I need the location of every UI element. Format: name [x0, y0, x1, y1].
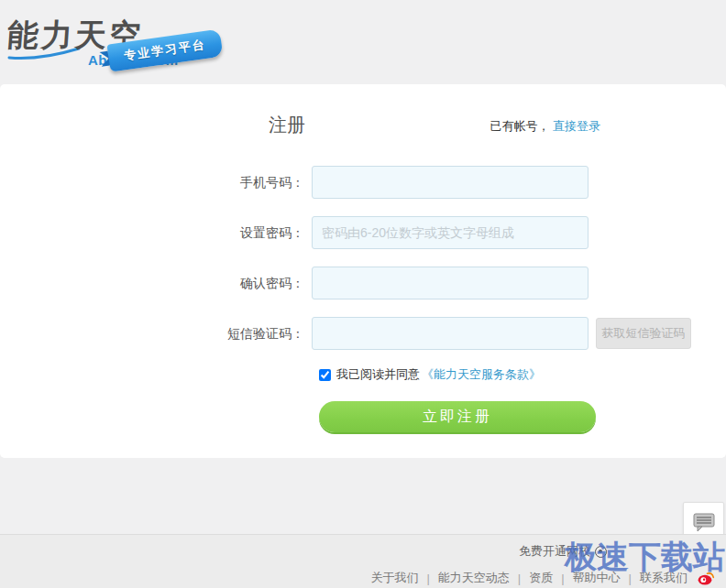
confirm-password-input[interactable] — [312, 267, 588, 299]
footer-separator: | — [561, 572, 564, 585]
have-account-row: 已有帐号， 直接登录 — [490, 118, 600, 135]
form-row-sms-code: 短信验证码： 获取短信验证码 — [225, 317, 691, 350]
chat-bubble-icon — [693, 513, 715, 532]
footer-link-help[interactable]: 帮助中心 — [573, 570, 621, 586]
sms-code-label: 短信验证码： — [225, 317, 312, 350]
open-school-label: 免费开通网校 — [519, 543, 590, 560]
form-row-confirm-password: 确认密码： — [225, 267, 691, 299]
agree-text: 我已阅读并同意 — [336, 366, 420, 383]
register-form: 手机号码： 设置密码： 确认密码： 短信验证码： 获取短信验证码 — [225, 166, 691, 367]
confirm-password-label: 确认密码： — [225, 267, 312, 299]
agreement-row: 我已阅读并同意 《能力天空服务条款》 — [319, 366, 541, 383]
form-row-password: 设置密码： — [225, 216, 691, 249]
ribbon-label: 专业学习平台 — [123, 37, 207, 64]
phone-input[interactable] — [312, 166, 588, 199]
login-link[interactable]: 直接登录 — [553, 119, 600, 133]
get-sms-code-button[interactable]: 获取短信验证码 — [596, 318, 691, 349]
register-card: 注册 已有帐号， 直接登录 手机号码： 设置密码： 确认密码： 短信验证码： 获… — [0, 84, 726, 458]
sms-code-input[interactable] — [312, 317, 588, 350]
register-submit-button[interactable]: 立即注册 — [319, 401, 596, 432]
page-footer: 免费开通网校 关于我们 | 能力天空动态 | 资质 | 帮助中心 | 联系我们 — [0, 534, 726, 588]
phone-label: 手机号码： — [225, 166, 312, 199]
footer-separator: | — [518, 572, 521, 585]
page-header: 能力天空 AbleSky.com 专业学习平台 — [0, 0, 726, 84]
weibo-icon[interactable] — [698, 571, 715, 585]
page-title: 注册 — [269, 113, 305, 137]
footer-link-about[interactable]: 关于我们 — [370, 570, 418, 586]
open-school-row[interactable]: 免费开通网校 — [519, 543, 607, 560]
footer-link-news[interactable]: 能力天空动态 — [438, 570, 510, 586]
have-account-text: 已有帐号， — [490, 119, 549, 133]
footer-link-credentials[interactable]: 资质 — [529, 570, 553, 586]
footer-link-contact[interactable]: 联系我们 — [640, 570, 688, 586]
password-input[interactable] — [312, 216, 588, 249]
form-row-phone: 手机号码： — [225, 166, 691, 199]
password-label: 设置密码： — [225, 216, 312, 249]
terms-link[interactable]: 《能力天空服务条款》 — [422, 366, 541, 383]
footer-separator: | — [426, 572, 429, 585]
footer-links: 关于我们 | 能力天空动态 | 资质 | 帮助中心 | 联系我们 — [370, 570, 715, 586]
agree-checkbox[interactable] — [319, 369, 331, 381]
phone-icon — [595, 546, 607, 558]
footer-separator: | — [629, 572, 632, 585]
